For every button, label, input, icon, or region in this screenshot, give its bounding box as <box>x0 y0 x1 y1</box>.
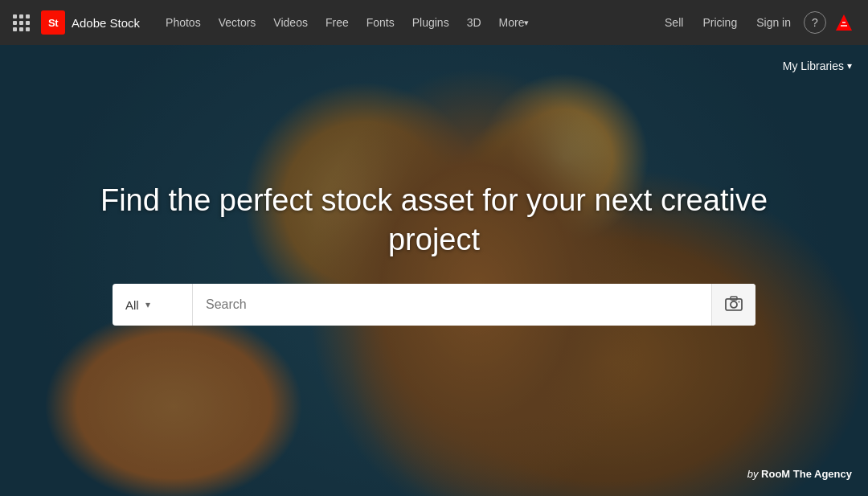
hero-title: Find the perfect stock asset for your ne… <box>88 180 780 260</box>
nav-photos[interactable]: Photos <box>158 0 209 45</box>
nav-more[interactable]: More <box>491 0 538 45</box>
nav-vectors[interactable]: Vectors <box>211 0 264 45</box>
search-category-label: All <box>125 298 139 312</box>
search-input[interactable] <box>193 284 711 326</box>
navbar: St Adobe Stock Photos Vectors Videos Fre… <box>0 0 868 45</box>
nav-videos[interactable]: Videos <box>265 0 316 45</box>
nav-help-icon[interactable]: ? <box>804 11 826 34</box>
nav-plugins[interactable]: Plugins <box>404 0 457 45</box>
nav-fonts[interactable]: Fonts <box>358 0 403 45</box>
brand-logo: St <box>41 10 65 35</box>
photo-credit-by: by <box>747 468 759 480</box>
app-switcher-icon[interactable] <box>13 14 30 31</box>
photo-credit: by RooM The Agency <box>747 468 852 480</box>
my-libraries-button[interactable]: My Libraries <box>783 59 852 72</box>
svg-rect-4 <box>731 297 737 300</box>
hero-section: My Libraries Find the perfect stock asse… <box>0 45 868 496</box>
brand-name: Adobe Stock <box>72 16 140 30</box>
nav-pricing[interactable]: Pricing <box>696 16 743 29</box>
svg-point-5 <box>739 301 740 302</box>
camera-icon <box>725 295 743 315</box>
nav-signin[interactable]: Sign in <box>750 16 797 29</box>
nav-right: Sell Pricing Sign in ? <box>658 11 855 34</box>
chevron-down-icon: ▾ <box>145 299 150 310</box>
nav-free[interactable]: Free <box>317 0 357 45</box>
search-bar: All ▾ <box>113 284 755 326</box>
adobe-icon[interactable] <box>833 11 855 34</box>
brand-logo-link[interactable]: St Adobe Stock <box>41 10 140 35</box>
hero-content: Find the perfect stock asset for your ne… <box>88 180 780 326</box>
nav-sell[interactable]: Sell <box>658 16 690 29</box>
nav-links: Photos Vectors Videos Free Fonts Plugins… <box>158 0 655 45</box>
svg-point-3 <box>731 301 737 308</box>
visual-search-button[interactable] <box>711 284 755 326</box>
search-category-dropdown[interactable]: All ▾ <box>113 284 193 326</box>
photo-credit-agency: RooM The Agency <box>761 468 852 480</box>
nav-3d[interactable]: 3D <box>459 0 489 45</box>
